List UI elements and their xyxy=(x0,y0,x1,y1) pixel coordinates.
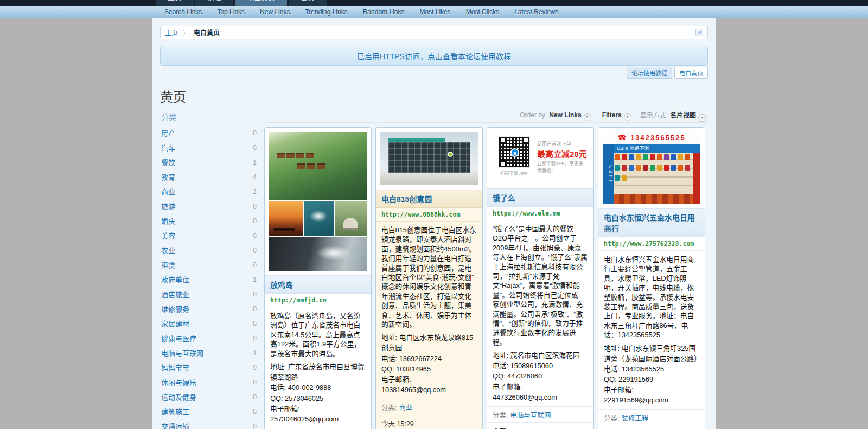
category-link[interactable]: 汽车 xyxy=(161,142,175,153)
category-item[interactable]: 租赁 0 xyxy=(160,257,260,272)
filters-control[interactable]: Filters xyxy=(600,111,631,121)
topnav-tab-label: 会员 xyxy=(301,0,315,2)
category-item[interactable]: 美容 0 xyxy=(160,228,260,243)
category-link[interactable]: 家居建材 xyxy=(161,318,189,329)
category-link[interactable]: 休闲与娱乐 xyxy=(161,377,196,387)
card-title[interactable]: 放鸡岛 xyxy=(265,275,371,294)
order-by-control[interactable]: Order by:New Links xyxy=(520,111,591,121)
category-item[interactable]: 电脑与互联网 1 xyxy=(160,345,260,360)
card-url-link[interactable]: http://www.275762328.com xyxy=(598,237,705,251)
qr-code xyxy=(499,136,530,168)
tab-yellow-pages[interactable]: 电白黄页 xyxy=(674,67,708,79)
card-category-link[interactable]: 装修工程 xyxy=(621,415,648,422)
subnav-item[interactable]: Trending Links xyxy=(305,6,347,18)
category-count: 0 xyxy=(253,422,257,429)
card-category-link[interactable]: 电脑与互联网 xyxy=(510,412,551,419)
category-item[interactable]: 餐饮 1 xyxy=(160,155,260,169)
fangjidao-photo[interactable] xyxy=(265,128,371,275)
card-time-row: 今天 14:48 xyxy=(487,422,593,429)
topnav-tab[interactable]: 电白黄页 xyxy=(235,0,287,6)
category-item[interactable]: 旅游 0 xyxy=(160,199,260,213)
chevron-right-icon: 〉 xyxy=(183,28,189,37)
display-mode-control[interactable]: 显示方式:名片视图 xyxy=(640,110,706,122)
order-by-value: New Links xyxy=(549,111,581,119)
category-item[interactable]: 房产 0 xyxy=(160,125,260,140)
card-url-link[interactable]: https://www.ele.me xyxy=(487,207,593,220)
category-item[interactable]: 维修服务 0 xyxy=(160,301,260,316)
category-count: 0 xyxy=(253,261,257,269)
page-title: 黄页 xyxy=(160,86,716,105)
card-title[interactable]: 饿了么 xyxy=(487,188,593,207)
category-link[interactable]: 农业 xyxy=(161,245,175,255)
category-item[interactable]: 妈妈宝宝 0 xyxy=(160,360,260,375)
card-url-link[interactable]: http://mmfjd.cn xyxy=(265,294,371,307)
category-link[interactable]: 商业 xyxy=(161,186,175,197)
topnav-tab-label: 电白黄页 xyxy=(247,0,275,2)
link-card-hengxing: ☎ 13423565525 UZHI 欧路卫浴 UZHI 电白水东恒兴五金水电日… xyxy=(598,127,705,429)
category-link[interactable]: 维修服务 xyxy=(161,304,189,314)
category-item[interactable]: 商业 2 xyxy=(160,184,260,199)
category-item[interactable]: 农业 0 xyxy=(160,243,260,257)
chevron-down-icon[interactable] xyxy=(698,114,706,122)
category-link[interactable]: 教育 xyxy=(161,172,175,182)
subnav-item[interactable]: Top Links xyxy=(217,6,245,18)
categories-header: 分类 xyxy=(160,110,260,125)
phone-icon: ☎ xyxy=(617,134,627,142)
subnav-item[interactable]: New Links xyxy=(260,6,290,18)
category-item[interactable]: 运动及健身 0 xyxy=(160,389,260,404)
category-link[interactable]: 电脑与互联网 xyxy=(161,348,203,358)
card-category-link[interactable]: 商业 xyxy=(399,404,412,412)
island-gate-photo xyxy=(335,201,367,236)
subnav-item[interactable]: Random Links xyxy=(363,6,405,18)
category-item[interactable]: 教育 4 xyxy=(160,169,260,184)
share-page-icon[interactable]: ↗ xyxy=(695,29,703,36)
category-item[interactable]: 休闲与娱乐 0 xyxy=(160,375,260,389)
category-item[interactable]: 家居建材 0 xyxy=(160,316,260,331)
category-link[interactable]: 酒店旅业 xyxy=(161,289,189,299)
subnav-item[interactable]: Search Links xyxy=(164,6,202,18)
chevron-down-icon[interactable] xyxy=(584,113,591,121)
category-link[interactable]: 租赁 xyxy=(161,260,175,270)
category-item[interactable]: 酒店旅业 0 xyxy=(160,287,260,301)
category-link[interactable]: 交通运输 xyxy=(161,421,189,429)
category-link[interactable]: 美容 xyxy=(161,230,175,241)
subnav-item[interactable]: Latest Reviews xyxy=(514,6,558,18)
category-link[interactable]: 婚庆 xyxy=(161,216,175,226)
breadcrumb-home-link[interactable]: 主页 xyxy=(165,28,178,37)
storefront-brand-sign: UZHI 欧路卫浴 xyxy=(603,144,700,153)
category-link[interactable]: 政府单位 xyxy=(161,274,189,285)
category-item[interactable]: 婚庆 0 xyxy=(160,213,260,228)
category-item[interactable]: 汽车 0 xyxy=(160,140,260,155)
creative-park-photo[interactable] xyxy=(376,128,482,190)
page-tabs: 论坛使用教程 电白黄页 xyxy=(160,67,708,79)
category-link[interactable]: 妈妈宝宝 xyxy=(161,362,189,373)
topnav-tab[interactable]: 论坛 xyxy=(195,0,233,6)
category-link[interactable]: 建筑施工 xyxy=(161,406,189,417)
category-link[interactable]: 健康与医疗 xyxy=(161,333,196,343)
subnav-item[interactable]: Most Clicks xyxy=(466,6,499,18)
topnav-tab[interactable]: 会员 xyxy=(289,0,327,6)
category-link[interactable]: 运动及健身 xyxy=(161,392,196,402)
hengxing-storefront-photo[interactable]: ☎ 13423565525 UZHI 欧路卫浴 UZHI xyxy=(598,128,705,208)
category-item[interactable]: 交通运输 0 xyxy=(160,419,260,429)
category-link[interactable]: 房产 xyxy=(161,128,175,138)
card-url-link[interactable]: http://www.0668kk.com xyxy=(376,208,482,222)
category-item[interactable]: 建筑施工 0 xyxy=(160,404,260,419)
eleme-promo-image[interactable]: 扫码下载 APP 新用户首次下单 最高立减20元 立即下载APP，享更多优惠吧！ xyxy=(487,128,593,188)
topnav-tab[interactable]: 主页 xyxy=(156,0,194,6)
card-title[interactable]: 电白水东恒兴五金水电日用商行 xyxy=(598,208,705,237)
category-link[interactable]: 旅游 xyxy=(161,201,175,211)
promo-line3: 立即下载APP，享更多优惠吧！ xyxy=(537,160,587,174)
category-item[interactable]: 政府单位 1 xyxy=(160,272,260,287)
link-card-815-creative-park: 电白815创意园 http://www.0668kk.com 电白815创意园位… xyxy=(375,127,483,429)
category-count: 0 xyxy=(253,378,257,386)
https-notice-banner[interactable]: 已启用HTTPS访问，点击查看本论坛使用教程 xyxy=(160,46,708,66)
tab-forum-guide[interactable]: 论坛使用教程 xyxy=(627,67,672,79)
chevron-down-icon[interactable] xyxy=(624,113,631,121)
category-link[interactable]: 餐饮 xyxy=(161,157,175,167)
card-contact-info: 地址: 广东省茂名市电白县博贺镇翠湖路 电话: 400-002-9888 QQ:… xyxy=(265,361,371,428)
category-item[interactable]: 健康与医疗 0 xyxy=(160,331,260,345)
card-title[interactable]: 电白815创意园 xyxy=(376,190,482,208)
subnav-item[interactable]: Most Likes xyxy=(419,6,450,18)
category-count: 4 xyxy=(253,173,257,181)
